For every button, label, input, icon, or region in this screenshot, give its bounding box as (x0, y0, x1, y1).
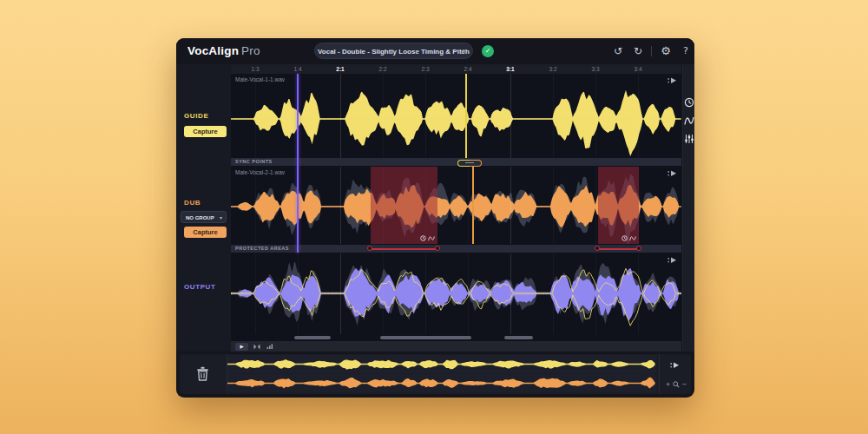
time-mode-icon[interactable] (684, 97, 694, 108)
overview-panel: + − (180, 354, 691, 394)
track-option-flag-icon[interactable] (667, 257, 677, 264)
track-sidebar: GUIDE Capture DUB NO GROUP▾ Capture OUTP… (176, 64, 232, 352)
overview-waveforms[interactable] (227, 355, 656, 393)
protected-area-region[interactable] (371, 167, 437, 244)
timeline-area: 1:31:42:12:22:32:43:13:23:33:4 Male-Voca… (231, 64, 681, 352)
preset-dropdown[interactable]: Vocal - Double - Slightly Loose Timing &… (314, 43, 473, 59)
ruler-tick: 2:2 (378, 64, 386, 74)
play-button[interactable]: ▶ (235, 343, 248, 351)
sync-point-marker[interactable] (457, 160, 482, 167)
overview-guide-row[interactable] (227, 355, 656, 373)
guide-file-name: Male-Vocal-1-1.wav (235, 76, 285, 82)
timeline-scrollbar[interactable] (231, 334, 681, 341)
scrollbar-segment[interactable] (504, 336, 533, 339)
zoom-in-button[interactable]: − (682, 381, 687, 388)
beat-gridline (510, 74, 511, 158)
guide-track-label: GUIDE (184, 112, 208, 120)
dub-sync-line[interactable] (472, 167, 474, 244)
dub-group-select[interactable]: NO GROUP▾ (181, 211, 227, 223)
magnifier-icon (673, 381, 680, 388)
track-option-flag-icon[interactable] (667, 77, 677, 84)
beat-gridline (510, 253, 511, 334)
output-track[interactable] (231, 253, 681, 334)
ruler-tick: 3:3 (591, 64, 599, 74)
desktop-background: VocAlignPro Vocal - Double - Slightly Lo… (0, 0, 868, 434)
beat-gridline (553, 74, 554, 158)
ruler-tick: 3:4 (634, 64, 641, 74)
protection-mode-icons (420, 235, 435, 241)
beat-gridline (425, 253, 426, 334)
transport-bar: ▶ (231, 341, 681, 352)
pitch-mode-icon[interactable] (684, 115, 694, 126)
beat-gridline (510, 167, 511, 244)
protection-mode-icons (621, 235, 636, 241)
trash-icon[interactable] (196, 366, 209, 381)
protected-areas-label: PROTECTED AREAS (235, 245, 289, 253)
beat-gridline (468, 74, 469, 158)
beat-gridline (638, 253, 639, 334)
trash-zone (180, 354, 227, 394)
beat-gridline (298, 253, 299, 334)
beat-gridline (255, 167, 256, 244)
protected-range-handle[interactable] (636, 246, 641, 251)
undo-button[interactable]: ↺ (610, 38, 626, 64)
protected-range-bar[interactable] (371, 248, 437, 250)
guide-sync-line[interactable] (465, 74, 467, 158)
chevron-down-icon: ▾ (462, 43, 465, 60)
overview-flag-icon[interactable] (670, 362, 680, 369)
pitch-protect-icon (629, 235, 636, 241)
brand-suffix: Pro (241, 44, 260, 57)
settings-sliders-icon[interactable] (684, 134, 694, 144)
protected-range-bar[interactable] (598, 248, 639, 250)
dub-file-name: Male-Vocal-2-1.wav (235, 169, 285, 175)
app-title: VocAlignPro (187, 38, 260, 64)
ruler-tick: 2:4 (464, 64, 471, 74)
brand-name: VocAlign (187, 44, 239, 57)
beat-gridline (340, 74, 341, 158)
preset-check-icon: ✓ (482, 45, 494, 57)
metrics-bars-icon[interactable] (266, 344, 273, 349)
time-ruler[interactable]: 1:31:42:12:22:32:43:13:23:33:4 (231, 64, 681, 74)
redo-button[interactable]: ↻ (630, 38, 646, 64)
track-option-flag-icon[interactable] (667, 170, 677, 177)
dub-track-label: DUB (184, 199, 201, 207)
overview-guide-waveform (227, 355, 656, 373)
protected-range-handle[interactable] (435, 246, 440, 251)
beat-gridline (468, 253, 469, 334)
beat-gridline (340, 167, 341, 244)
ruler-tick: 2:1 (336, 64, 344, 74)
help-button[interactable]: ? (678, 38, 694, 64)
beat-gridline (383, 74, 384, 158)
beat-gridline (595, 74, 596, 158)
scrollbar-segment[interactable] (294, 336, 331, 339)
overview-dub-waveform (227, 374, 656, 392)
right-toolbar (682, 64, 694, 352)
review-align-icon[interactable] (253, 344, 260, 350)
guide-capture-button[interactable]: Capture (184, 126, 227, 137)
sync-points-label: SYNC POINTS (235, 158, 273, 166)
beat-gridline (595, 253, 596, 334)
settings-gear-icon[interactable]: ⚙ (658, 38, 674, 64)
overview-dub-row[interactable] (227, 374, 656, 392)
ruler-tick: 1:4 (293, 64, 301, 74)
overview-controls: + − (659, 354, 692, 394)
zoom-out-button[interactable]: + (666, 381, 671, 388)
playhead-cursor[interactable] (297, 74, 299, 253)
scrollbar-segment[interactable] (380, 336, 471, 339)
beat-gridline (255, 74, 256, 158)
protected-range-handle[interactable] (595, 246, 600, 251)
ruler-tick: 2:3 (421, 64, 429, 74)
protected-range-handle[interactable] (367, 246, 372, 251)
beat-gridline (425, 74, 426, 158)
vocalign-window: VocAlignPro Vocal - Double - Slightly Lo… (176, 38, 694, 398)
beat-gridline (638, 74, 639, 158)
dub-capture-button[interactable]: Capture (184, 227, 227, 238)
protected-area-region[interactable] (598, 167, 639, 244)
overview-zoom-control[interactable]: + − (663, 381, 689, 388)
preset-label: Vocal - Double - Slightly Loose Timing &… (318, 48, 470, 56)
ruler-tick: 3:2 (549, 64, 556, 74)
beat-gridline (255, 253, 256, 334)
output-track-label: OUTPUT (184, 283, 216, 291)
beat-gridline (340, 253, 341, 334)
header-bar: VocAlignPro Vocal - Double - Slightly Lo… (176, 38, 694, 64)
